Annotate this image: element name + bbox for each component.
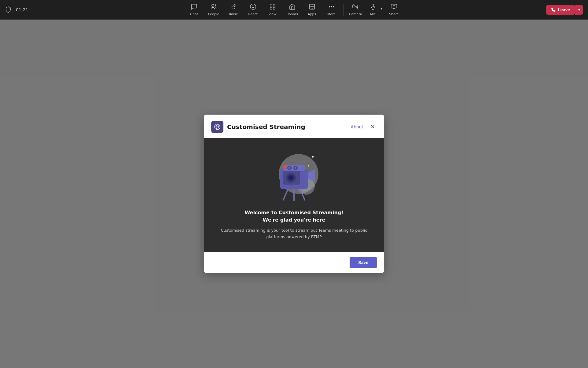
dialog: Customised Streaming About ✕ [204, 115, 384, 273]
svg-point-14 [331, 6, 332, 7]
react-icon [250, 3, 256, 11]
share-icon [391, 3, 397, 11]
toolbar-people[interactable]: People [204, 2, 223, 18]
toolbar-camera-group: Camera [346, 2, 365, 18]
toolbar-more[interactable]: More [322, 2, 341, 18]
dialog-content: ✦ ✦ Welcome to Customised Streaming! We'… [204, 138, 384, 252]
share-label: Share [389, 12, 399, 16]
svg-point-33 [283, 165, 287, 169]
svg-text:✦: ✦ [311, 154, 315, 160]
dialog-title: Customised Streaming [227, 123, 305, 131]
svg-text:✦: ✦ [307, 164, 310, 167]
toolbar-raise[interactable]: Raise [224, 2, 243, 18]
toolbar: Chat People Raise [185, 2, 403, 18]
dialog-header-actions: About ✕ [351, 123, 377, 131]
welcome-title-line2: We're glad you're here [211, 216, 377, 224]
phone-icon [551, 8, 555, 12]
top-bar: 01:21 Chat People [0, 0, 588, 20]
toolbar-react[interactable]: React [244, 2, 262, 18]
view-icon [269, 3, 276, 11]
svg-point-1 [250, 4, 255, 9]
leave-dropdown-button[interactable]: ▾ [575, 5, 583, 15]
mic-chevron[interactable]: ▾ [379, 5, 384, 13]
rooms-label: Rooms [287, 12, 298, 16]
toolbar-rooms[interactable]: Rooms [283, 2, 302, 18]
leave-label: Leave [558, 7, 570, 12]
dialog-title-group: Customised Streaming [211, 121, 305, 133]
toolbar-chat[interactable]: Chat [185, 2, 203, 18]
svg-point-15 [333, 6, 334, 7]
react-label: React [248, 12, 258, 16]
close-button[interactable]: ✕ [368, 123, 377, 131]
rooms-icon [289, 3, 296, 11]
svg-point-10 [312, 9, 312, 9]
more-label: More [327, 12, 336, 16]
svg-rect-17 [372, 4, 374, 7]
shield-icon [5, 6, 12, 13]
svg-point-0 [212, 4, 214, 6]
camera-off-icon [352, 3, 359, 11]
toolbar-divider [343, 4, 344, 16]
chat-icon [191, 3, 197, 11]
dialog-header: Customised Streaming About ✕ [204, 115, 384, 138]
top-bar-right: Leave ▾ [546, 5, 583, 15]
globe-icon [214, 123, 221, 130]
welcome-title: Welcome to Customised Streaming! We're g… [211, 209, 377, 224]
top-bar-left: 01:21 [5, 6, 28, 13]
toolbar-mic[interactable]: Mic [366, 2, 379, 18]
call-timer: 01:21 [16, 7, 28, 12]
svg-line-39 [283, 189, 288, 200]
people-icon [210, 3, 217, 11]
toolbar-apps[interactable]: Apps [303, 2, 321, 18]
svg-point-36 [288, 167, 290, 169]
camera-label: Camera [349, 12, 362, 16]
svg-rect-4 [270, 4, 272, 6]
svg-point-38 [295, 167, 296, 169]
svg-point-13 [329, 6, 330, 7]
more-icon [328, 3, 335, 11]
toolbar-mic-group: Mic ▾ [366, 2, 384, 18]
welcome-description: Customised streaming is your tool to str… [211, 227, 377, 240]
leave-button[interactable]: Leave [546, 5, 575, 15]
toolbar-share[interactable]: Share [385, 2, 403, 18]
svg-point-32 [289, 176, 292, 179]
close-icon: ✕ [370, 123, 375, 130]
apps-icon [309, 3, 315, 11]
leave-button-group: Leave ▾ [546, 5, 583, 15]
svg-point-9 [312, 5, 312, 5]
dialog-footer: Save [204, 252, 384, 273]
svg-rect-6 [270, 7, 272, 9]
svg-rect-7 [273, 7, 275, 9]
view-label: View [269, 12, 277, 16]
raise-label: Raise [229, 12, 238, 16]
modal-overlay: Customised Streaming About ✕ [0, 20, 588, 368]
svg-rect-5 [273, 4, 275, 6]
toolbar-camera[interactable]: Camera [346, 2, 365, 18]
mic-label: Mic [370, 12, 376, 16]
app-icon [211, 121, 223, 133]
apps-label: Apps [308, 12, 316, 16]
raise-icon [230, 3, 237, 11]
chat-label: Chat [190, 12, 198, 16]
save-button[interactable]: Save [350, 257, 377, 268]
about-link[interactable]: About [351, 124, 363, 129]
toolbar-view[interactable]: View [263, 2, 282, 18]
streaming-illustration: ✦ ✦ [263, 148, 325, 203]
welcome-title-line1: Welcome to Customised Streaming! [211, 209, 377, 216]
people-label: People [208, 12, 219, 16]
mic-icon [369, 3, 376, 11]
welcome-text-block: Welcome to Customised Streaming! We're g… [211, 209, 377, 240]
svg-line-16 [353, 4, 358, 9]
